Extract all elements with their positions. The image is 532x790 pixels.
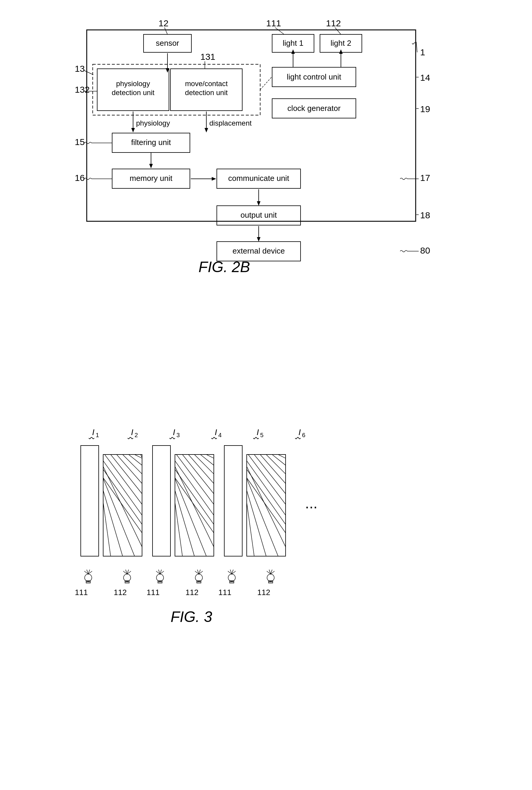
led-112-2	[195, 570, 203, 583]
svg-marker-26	[131, 128, 135, 133]
svg-line-75	[201, 455, 230, 478]
ref-17: 17	[420, 173, 430, 183]
svg-line-76	[206, 455, 230, 466]
svg-line-88	[254, 455, 302, 514]
led-label-111-3: 111	[218, 588, 231, 597]
fig3-section: I 1 I 2	[24, 419, 508, 718]
led-112-3	[267, 570, 274, 583]
ref-80: 80	[420, 246, 430, 255]
led-label-112-3: 112	[257, 588, 270, 597]
light1-label: light 1	[283, 39, 303, 47]
svg-line-86	[242, 455, 302, 538]
svg-line-71	[176, 455, 230, 526]
svg-line-5	[275, 27, 284, 34]
frame-i3-label: I	[173, 428, 175, 437]
frame-i5-sub: 5	[260, 432, 264, 438]
svg-line-60	[103, 466, 147, 556]
svg-line-63	[103, 502, 111, 556]
svg-point-122	[195, 574, 203, 581]
frame-i4-label: I	[215, 428, 217, 437]
svg-line-77	[175, 466, 218, 556]
svg-marker-13	[339, 49, 343, 54]
led-label-112-2: 112	[185, 588, 198, 597]
ref-12: 12	[158, 18, 168, 28]
frame-i2-sub: 2	[135, 432, 138, 438]
svg-line-3	[165, 27, 168, 34]
svg-line-91	[272, 455, 302, 478]
clock-generator-label: clock generator	[287, 104, 341, 113]
svg-line-78	[175, 478, 206, 556]
svg-line-93	[247, 466, 290, 556]
svg-marker-45	[257, 237, 261, 242]
svg-rect-131	[230, 582, 234, 583]
svg-rect-138	[268, 582, 273, 583]
svg-marker-11	[291, 49, 295, 54]
svg-line-58	[129, 455, 158, 478]
frame-i4-sub: 4	[218, 432, 222, 438]
ref-132: 132	[75, 84, 90, 95]
light2-label: light 2	[330, 39, 351, 47]
svg-point-108	[124, 574, 131, 581]
svg-line-74	[194, 455, 230, 490]
led-label-111-1: 111	[75, 588, 88, 597]
svg-line-53	[99, 455, 158, 538]
led-112-1	[123, 570, 131, 583]
fig2b-section: 1 sensor 12 light 1 111 light 2 112 ligh…	[24, 12, 508, 275]
ref-1: 1	[420, 47, 425, 57]
fig3-diagram: I 1 I 2	[57, 419, 475, 718]
led-111-3	[228, 570, 236, 583]
physiology-label: physiology	[116, 79, 150, 88]
svg-rect-103	[86, 582, 90, 583]
ref-131: 131	[201, 52, 215, 62]
svg-line-17	[84, 70, 93, 75]
svg-line-7	[335, 27, 341, 34]
svg-line-90	[266, 455, 302, 490]
led-111-1	[84, 570, 92, 583]
svg-marker-36	[212, 177, 216, 180]
fig2b-label: FIG. 2B	[198, 259, 250, 275]
svg-point-101	[84, 574, 92, 581]
frame-i6-label: I	[299, 428, 301, 437]
sensor-label: sensor	[156, 39, 179, 47]
ref-111: 111	[266, 18, 281, 28]
move-contact-label: move/contact	[185, 79, 228, 88]
led-label-112-1: 112	[114, 588, 127, 597]
svg-marker-81	[224, 445, 242, 556]
filtering-label: filtering unit	[131, 138, 171, 147]
svg-marker-48	[81, 445, 99, 556]
svg-point-136	[267, 574, 274, 581]
led-111-2	[156, 570, 164, 583]
svg-line-72	[183, 455, 230, 514]
frame-i2-label: I	[131, 428, 133, 437]
frame-i5-label: I	[256, 428, 259, 437]
svg-rect-110	[125, 582, 129, 583]
external-label: external device	[233, 246, 285, 255]
move-contact-label2: detection unit	[185, 89, 228, 97]
frame-i1-sub: 1	[96, 432, 99, 438]
light-control-label: light control unit	[287, 72, 342, 81]
ref-112: 112	[326, 18, 341, 28]
svg-marker-65	[153, 445, 170, 556]
frame-i6-sub: 6	[302, 432, 305, 438]
fig3-label: FIG. 3	[171, 609, 212, 625]
svg-line-55	[111, 455, 158, 514]
svg-line-24	[260, 77, 271, 90]
svg-line-87	[248, 455, 302, 526]
communicate-label: communicate unit	[228, 174, 289, 183]
svg-line-54	[104, 455, 158, 526]
displacement-label: displacement	[209, 119, 252, 127]
svg-rect-117	[158, 582, 162, 583]
ref-18: 18	[420, 210, 430, 220]
svg-line-57	[122, 455, 158, 490]
ref-14: 14	[420, 73, 430, 82]
svg-marker-41	[257, 201, 261, 206]
svg-line-70	[170, 455, 230, 538]
svg-line-61	[103, 478, 135, 556]
physiology-label2: detection unit	[112, 89, 155, 97]
svg-marker-28	[205, 128, 208, 133]
svg-line-59	[135, 455, 158, 466]
memory-label: memory unit	[130, 174, 173, 183]
svg-line-1	[416, 42, 417, 52]
svg-line-96	[247, 502, 254, 556]
frame-i3-sub: 3	[176, 432, 180, 438]
